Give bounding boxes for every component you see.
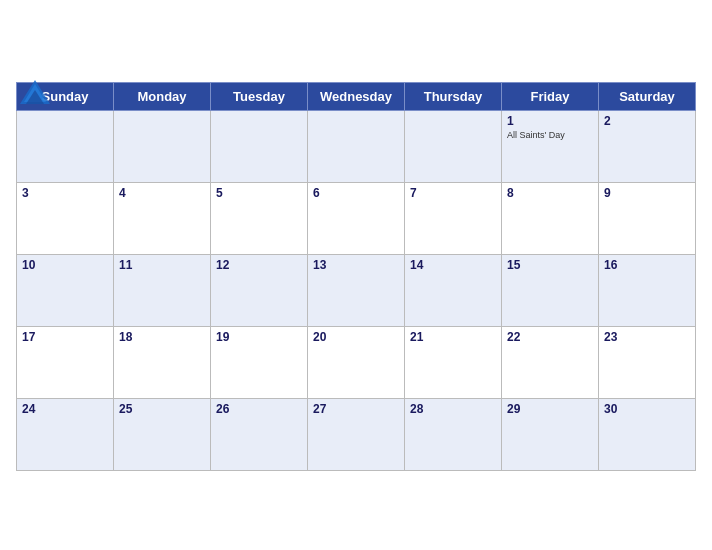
week-row-4: 17181920212223: [17, 326, 696, 398]
day-number: 16: [604, 258, 690, 272]
day-cell: 27: [308, 398, 405, 470]
day-cell: 29: [502, 398, 599, 470]
day-number: 22: [507, 330, 593, 344]
day-cell: 2: [599, 110, 696, 182]
day-number: 9: [604, 186, 690, 200]
day-cell: 7: [405, 182, 502, 254]
col-monday: Monday: [114, 82, 211, 110]
col-friday: Friday: [502, 82, 599, 110]
day-cell: 17: [17, 326, 114, 398]
holiday-text: All Saints' Day: [507, 130, 593, 141]
week-row-3: 10111213141516: [17, 254, 696, 326]
day-number: 26: [216, 402, 302, 416]
calendar-thead: Sunday Monday Tuesday Wednesday Thursday…: [17, 82, 696, 110]
day-cell: 22: [502, 326, 599, 398]
day-cell: 26: [211, 398, 308, 470]
day-number: 27: [313, 402, 399, 416]
day-number: 6: [313, 186, 399, 200]
day-number: 8: [507, 186, 593, 200]
day-number: 11: [119, 258, 205, 272]
day-number: 10: [22, 258, 108, 272]
day-number: 4: [119, 186, 205, 200]
calendar-body: 1All Saints' Day234567891011121314151617…: [17, 110, 696, 470]
day-cell: 30: [599, 398, 696, 470]
day-cell: [17, 110, 114, 182]
day-cell: 5: [211, 182, 308, 254]
day-number: 21: [410, 330, 496, 344]
day-cell: 4: [114, 182, 211, 254]
week-row-1: 1All Saints' Day2: [17, 110, 696, 182]
day-cell: [308, 110, 405, 182]
day-cell: [405, 110, 502, 182]
day-number: 7: [410, 186, 496, 200]
day-number: 23: [604, 330, 690, 344]
day-cell: 21: [405, 326, 502, 398]
day-cell: 1All Saints' Day: [502, 110, 599, 182]
day-cell: 19: [211, 326, 308, 398]
day-number: 18: [119, 330, 205, 344]
day-number: 25: [119, 402, 205, 416]
calendar-wrapper: Sunday Monday Tuesday Wednesday Thursday…: [0, 64, 712, 487]
day-cell: 11: [114, 254, 211, 326]
calendar-table: Sunday Monday Tuesday Wednesday Thursday…: [16, 82, 696, 471]
day-number: 28: [410, 402, 496, 416]
day-cell: 6: [308, 182, 405, 254]
day-number: 30: [604, 402, 690, 416]
day-cell: [114, 110, 211, 182]
day-number: 1: [507, 114, 593, 128]
day-number: 19: [216, 330, 302, 344]
col-tuesday: Tuesday: [211, 82, 308, 110]
day-cell: 13: [308, 254, 405, 326]
day-number: 14: [410, 258, 496, 272]
day-cell: [211, 110, 308, 182]
day-cell: 25: [114, 398, 211, 470]
col-saturday: Saturday: [599, 82, 696, 110]
day-cell: 14: [405, 254, 502, 326]
day-cell: 12: [211, 254, 308, 326]
header-row: Sunday Monday Tuesday Wednesday Thursday…: [17, 82, 696, 110]
brand-logo-svg: [16, 76, 54, 110]
day-cell: 28: [405, 398, 502, 470]
day-number: 12: [216, 258, 302, 272]
day-cell: 16: [599, 254, 696, 326]
day-number: 5: [216, 186, 302, 200]
day-cell: 8: [502, 182, 599, 254]
brand-logo: [16, 76, 54, 110]
day-cell: 23: [599, 326, 696, 398]
col-wednesday: Wednesday: [308, 82, 405, 110]
week-row-2: 3456789: [17, 182, 696, 254]
day-cell: 15: [502, 254, 599, 326]
day-number: 20: [313, 330, 399, 344]
day-cell: 18: [114, 326, 211, 398]
col-thursday: Thursday: [405, 82, 502, 110]
day-cell: 10: [17, 254, 114, 326]
day-cell: 20: [308, 326, 405, 398]
day-number: 13: [313, 258, 399, 272]
day-cell: 9: [599, 182, 696, 254]
day-cell: 3: [17, 182, 114, 254]
day-number: 17: [22, 330, 108, 344]
day-number: 15: [507, 258, 593, 272]
day-number: 24: [22, 402, 108, 416]
day-cell: 24: [17, 398, 114, 470]
day-number: 2: [604, 114, 690, 128]
week-row-5: 24252627282930: [17, 398, 696, 470]
day-number: 29: [507, 402, 593, 416]
day-number: 3: [22, 186, 108, 200]
